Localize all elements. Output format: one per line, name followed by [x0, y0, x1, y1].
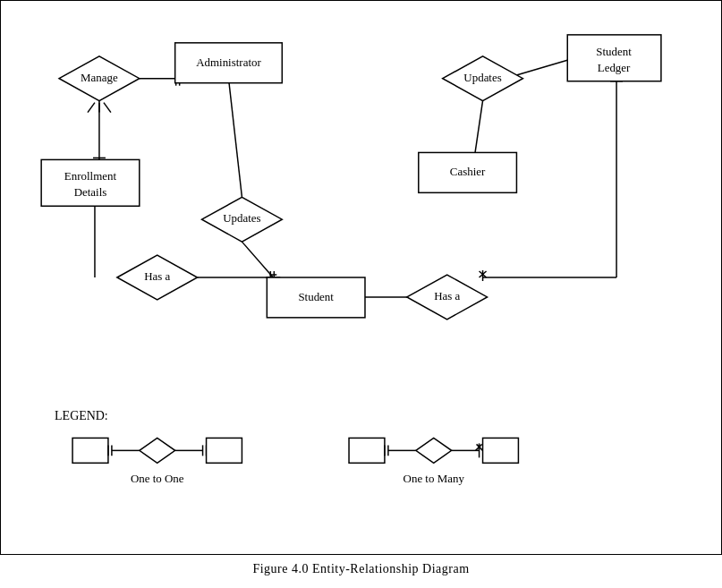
relation-has-a-left: Has a	[117, 255, 198, 300]
svg-rect-69	[349, 438, 385, 463]
svg-marker-64	[140, 438, 175, 463]
relation-manage: Manage	[59, 56, 140, 101]
svg-text:Ledger: Ledger	[598, 61, 631, 74]
relation-updates-mid: Updates	[202, 197, 283, 242]
svg-rect-78	[483, 438, 519, 463]
legend-one-to-many-label: One to Many	[403, 472, 465, 485]
svg-text:Updates: Updates	[223, 211, 260, 225]
legend-one-to-one-label: One to One	[131, 472, 184, 485]
svg-rect-47	[567, 35, 661, 81]
svg-rect-68	[207, 438, 242, 463]
entity-cashier: Cashier	[419, 152, 517, 192]
svg-marker-73	[416, 438, 452, 463]
entity-student-ledger: Student Ledger	[567, 35, 661, 81]
entity-student: Student	[267, 277, 365, 318]
svg-text:Enrollment: Enrollment	[64, 169, 117, 183]
svg-text:Manage: Manage	[81, 71, 118, 84]
er-diagram: Administrator Enrollment Details Student…	[0, 0, 722, 555]
svg-text:Cashier: Cashier	[450, 165, 486, 178]
svg-text:Has a: Has a	[144, 269, 170, 283]
svg-line-6	[88, 103, 95, 113]
diagram-caption: Figure 4.0 Entity-Relationship Diagram	[0, 555, 722, 580]
relation-has-a-right: Has a	[407, 275, 488, 320]
svg-rect-60	[72, 438, 108, 463]
entity-enrollment: Enrollment Details	[41, 159, 140, 206]
legend-label: LEGEND:	[55, 409, 108, 422]
svg-text:Student: Student	[596, 45, 632, 58]
svg-text:Administrator: Administrator	[196, 55, 261, 69]
svg-line-13	[242, 242, 273, 277]
svg-line-10	[228, 79, 242, 198]
entity-administrator: Administrator	[175, 43, 283, 83]
relation-updates-top: Updates	[443, 56, 523, 101]
svg-rect-40	[41, 159, 140, 206]
svg-text:Details: Details	[74, 185, 107, 199]
svg-text:Student: Student	[298, 290, 334, 303]
svg-text:Has a: Has a	[434, 289, 460, 303]
svg-line-8	[104, 103, 111, 113]
svg-text:Updates: Updates	[463, 71, 501, 84]
